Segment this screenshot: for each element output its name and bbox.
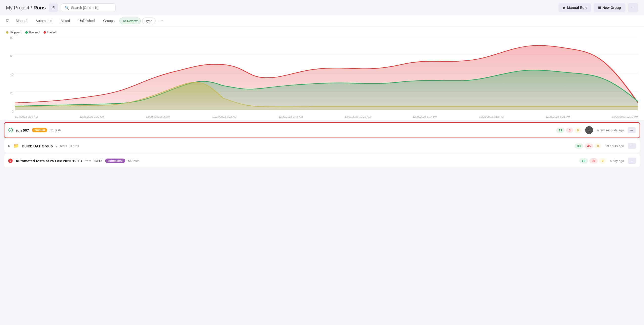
manual-run-button[interactable]: ▶ Manual Run: [558, 3, 591, 12]
tab-automated[interactable]: Automated: [32, 17, 56, 25]
search-input[interactable]: [71, 6, 110, 10]
x-label-9: 12/26/2023 12:10 PM: [612, 115, 638, 118]
filter-button[interactable]: ⚗: [49, 4, 58, 12]
y-label-60: 60: [6, 55, 15, 58]
folder-icon-uat: 📁: [13, 143, 19, 149]
legend-failed: Failed: [44, 30, 56, 34]
run-item-run007[interactable]: ✓ run 007 manual 11 tests 11 0 0 T a few…: [4, 122, 640, 138]
x-label-2: 12/20/2023 2:06 AM: [146, 115, 170, 118]
count-green-run007: 11: [556, 128, 564, 133]
x-label-1: 12/25/2023 2:22 AM: [80, 115, 104, 118]
x-label-7: 12/25/2023 2:18 PM: [479, 115, 504, 118]
chart-container: 80 60 40 20 0: [6, 36, 638, 120]
filter-type[interactable]: Type: [142, 18, 156, 24]
count-yellow-automated: 0: [599, 158, 606, 164]
legend-dot-skipped: [6, 31, 8, 34]
run-name-automated: Automated tests at 25 Dec 2023 12:13: [16, 159, 82, 163]
run-tests-uat: 78 tests: [56, 144, 67, 148]
tabs-icon: ☑: [6, 18, 10, 23]
run-tests-run007: 11 tests: [50, 128, 62, 132]
legend-label-skipped: Skipped: [10, 30, 21, 34]
y-label-20: 20: [6, 92, 15, 95]
tab-mixed[interactable]: Mixed: [58, 17, 74, 25]
chart-svg: [15, 36, 638, 110]
chart-area: Skipped Passed Failed 80 60 40 20 0: [0, 26, 644, 120]
x-label-8: 12/25/2023 5:21 PM: [546, 115, 570, 118]
run-counts-automated: 18 36 0: [579, 158, 606, 164]
tabs-bar: ☑ Manual Automated Mixed Unfinished Grou…: [0, 15, 644, 26]
chevron-icon-uat[interactable]: ▶: [8, 144, 10, 148]
run-item-automated[interactable]: ● Automated tests at 25 Dec 2023 12:13 f…: [4, 154, 640, 168]
more-button-run007[interactable]: ···: [628, 127, 636, 133]
legend-label-failed: Failed: [47, 30, 56, 34]
count-red-automated: 36: [589, 158, 598, 164]
manual-run-label: Manual Run: [567, 6, 586, 10]
count-red-uat: 45: [585, 144, 593, 149]
time-run007: a few seconds ago: [597, 128, 624, 132]
y-label-40: 40: [6, 73, 15, 76]
count-yellow-uat: 0: [594, 144, 601, 149]
tab-unfinished[interactable]: Unfinished: [75, 17, 98, 25]
more-button-uat[interactable]: ···: [628, 143, 636, 149]
play-icon: ▶: [563, 6, 566, 10]
header-more-button[interactable]: ···: [628, 3, 638, 12]
y-label-80: 80: [6, 36, 15, 40]
search-box: 🔍: [61, 4, 116, 12]
status-icon-run007: ✓: [8, 128, 13, 132]
more-button-automated[interactable]: ···: [628, 158, 636, 164]
legend-passed: Passed: [25, 30, 40, 34]
x-label-5: 12/21/2023 10:25 AM: [345, 115, 371, 118]
run-from-automated: from: [85, 159, 91, 163]
x-label-3: 12/25/2023 2:22 AM: [212, 115, 236, 118]
chart-legend: Skipped Passed Failed: [6, 30, 638, 34]
x-label-6: 12/25/2023 6:14 PM: [413, 115, 437, 118]
legend-skipped: Skipped: [6, 30, 21, 34]
tabs-more[interactable]: ···: [157, 17, 165, 24]
run-tests-automated: 54 tests: [128, 159, 140, 163]
run-right-uat: 33 45 0 19 hours ago ···: [574, 143, 636, 149]
new-group-icon: ⊞: [598, 6, 601, 10]
tab-manual[interactable]: Manual: [12, 17, 31, 25]
run-badge-automated: automated: [105, 158, 125, 163]
x-label-4: 12/20/2023 9:43 AM: [278, 115, 303, 118]
status-icon-automated: ●: [8, 158, 12, 163]
run-name-uat: Build: UAT Group: [22, 144, 53, 148]
count-green-uat: 33: [574, 144, 583, 149]
new-group-button[interactable]: ⊞ New Group: [594, 3, 626, 12]
breadcrumb: My Project / Runs: [6, 5, 46, 11]
breadcrumb-sep: /: [31, 5, 34, 10]
tab-groups[interactable]: Groups: [100, 17, 118, 25]
y-axis: 80 60 40 20 0: [6, 36, 15, 120]
run-badge-run007: manual: [32, 128, 47, 132]
x-label-0: 1/17/2023 2:06 AM: [15, 115, 38, 118]
count-red-run007: 0: [566, 128, 573, 133]
y-label-0: 0: [6, 110, 15, 113]
legend-dot-passed: [25, 31, 28, 34]
breadcrumb-project: My Project: [6, 5, 29, 10]
filter-icon: ⚗: [52, 6, 55, 10]
runs-list: ✓ run 007 manual 11 tests 11 0 0 T a few…: [0, 120, 644, 171]
x-axis: 1/17/2023 2:06 AM 12/25/2023 2:22 AM 12/…: [15, 113, 638, 120]
breadcrumb-page: Runs: [34, 5, 46, 10]
count-green-automated: 18: [579, 158, 588, 164]
run-right-run007: 11 0 0 T a few seconds ago ···: [556, 126, 636, 134]
count-yellow-run007: 0: [574, 128, 581, 133]
top-actions: ▶ Manual Run ⊞ New Group ···: [558, 3, 638, 12]
run-item-uat[interactable]: ▶ 📁 Build: UAT Group 78 tests 3 runs 33 …: [4, 139, 640, 153]
run-counts-uat: 33 45 0: [574, 144, 601, 149]
run-counts-run007: 11 0 0: [556, 128, 581, 133]
time-uat: 19 hours ago: [605, 144, 624, 148]
top-bar: My Project / Runs ⚗ 🔍 ▶ Manual Run ⊞ New…: [0, 0, 644, 15]
legend-label-passed: Passed: [29, 30, 40, 34]
time-automated: a day ago: [610, 159, 624, 163]
run-right-automated: 18 36 0 a day ago ···: [579, 158, 636, 164]
run-from-value-automated: 13/12: [94, 159, 102, 163]
search-icon: 🔍: [65, 6, 69, 10]
new-group-label: New Group: [602, 6, 621, 10]
avatar-run007: T: [585, 126, 593, 134]
run-runs-uat: 3 runs: [70, 144, 79, 148]
more-icon: ···: [632, 6, 634, 10]
legend-dot-failed: [44, 31, 46, 34]
run-name-run007: run 007: [16, 128, 29, 132]
filter-to-review[interactable]: To Review: [120, 18, 141, 24]
